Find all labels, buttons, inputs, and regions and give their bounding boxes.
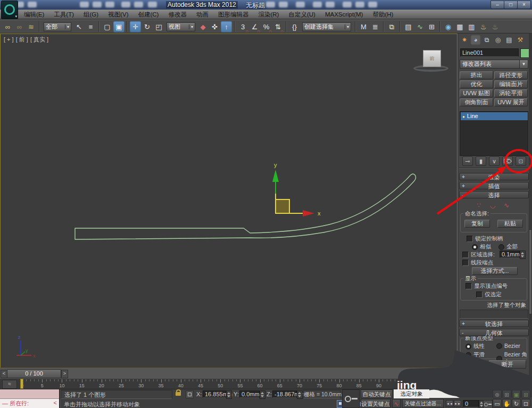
quick-access-toolbar-icon[interactable] xyxy=(355,2,364,7)
angle-snap-icon[interactable]: ∠∩ xyxy=(249,21,260,32)
segment-end-checkbox[interactable]: 线段端点 xyxy=(462,259,493,267)
select-and-link-icon[interactable]: ∞ xyxy=(2,21,13,32)
modifier-button-2[interactable]: 优化 xyxy=(460,80,493,88)
modifier-button-7[interactable]: UVW 展开 xyxy=(494,98,528,106)
modifier-button-5[interactable]: 涡轮平滑 xyxy=(494,89,528,97)
z-coordinate-field[interactable]: -18.867mm xyxy=(272,390,297,398)
quick-access-toolbar-icon[interactable] xyxy=(343,2,352,7)
segment-subobject-icon[interactable]: ◡ xyxy=(487,202,498,210)
keyboard-override-icon[interactable]: ↑ xyxy=(221,21,232,32)
maximize-button[interactable]: □ xyxy=(504,1,518,9)
modifier-button-1[interactable]: 路径变形 xyxy=(494,71,528,79)
next-frame-button[interactable]: > xyxy=(61,370,68,378)
area-threshold-field[interactable]: 0.1mm xyxy=(500,251,520,258)
quick-access-toolbar-icon[interactable] xyxy=(80,2,89,7)
zoom-extents-all-icon[interactable]: ⊞ xyxy=(521,390,530,398)
transform-typein-toggle-icon[interactable] xyxy=(186,390,194,398)
z-spinner[interactable] xyxy=(297,390,303,399)
tab-display[interactable]: ▤ xyxy=(504,35,514,45)
tab-motion[interactable]: ◎ xyxy=(493,35,503,45)
default-tangents-icon[interactable]: ∿ xyxy=(392,399,401,408)
key-mode-toggle-icon[interactable] xyxy=(483,400,493,408)
quick-access-toolbar-icon[interactable] xyxy=(368,2,377,7)
object-name-field[interactable]: Line001 xyxy=(460,48,519,57)
select-by-button[interactable]: 选择方式... xyxy=(472,267,518,275)
zoom-region-icon[interactable]: ▭ xyxy=(493,399,502,407)
menu-item-10[interactable]: MAXScript(M) xyxy=(320,10,368,19)
vertex-subobject-icon[interactable]: ∵ xyxy=(473,202,485,210)
make-unique-icon[interactable]: ∨ xyxy=(489,156,500,166)
go-to-start-icon[interactable]: ◄◄ xyxy=(446,400,453,407)
render-production-icon[interactable]: ♨ xyxy=(478,21,489,32)
material-editor-icon[interactable]: ◉ xyxy=(443,21,454,32)
panel-scrollbar[interactable] xyxy=(529,34,532,389)
menu-item-2[interactable]: 组(G) xyxy=(79,10,103,19)
spinner-snap-icon[interactable]: ⇅∩ xyxy=(272,21,284,32)
lock-selection-icon[interactable] xyxy=(176,392,181,396)
frame-zero-caret[interactable] xyxy=(20,379,23,389)
window-crossing-toggle-icon[interactable]: ▣ xyxy=(113,21,124,32)
smooth-radio[interactable]: 平滑 xyxy=(466,351,485,359)
object-color-swatch[interactable] xyxy=(520,48,529,58)
edit-named-selections-icon[interactable]: {} xyxy=(289,21,300,32)
menu-item-9[interactable]: 自定义(U) xyxy=(284,10,320,19)
go-to-end-icon[interactable]: ►► xyxy=(454,400,461,407)
tab-create[interactable]: ✷ xyxy=(459,35,470,45)
bind-to-spacewarp-icon[interactable]: ≋ xyxy=(26,21,37,32)
selection-filter-dropdown[interactable]: 全部▾ xyxy=(44,22,71,31)
configure-modifier-sets-icon[interactable]: ⊡ xyxy=(516,156,526,166)
zoom-extents-icon[interactable]: ▣ xyxy=(512,390,521,398)
area-selection-checkbox[interactable]: 区域选择: xyxy=(462,251,495,259)
modifier-button-0[interactable]: 挤出 xyxy=(460,71,493,79)
select-and-scale-icon[interactable]: ◰ xyxy=(153,21,164,32)
unlink-selection-icon[interactable]: ∞ xyxy=(14,21,25,32)
quick-access-toolbar-icon[interactable] xyxy=(266,2,275,7)
viewport-general-menu[interactable]: [ + ] xyxy=(4,36,14,43)
remove-modifier-icon[interactable]: ⌦ xyxy=(502,156,513,166)
lock-handles-checkbox[interactable]: 锁定控制柄 xyxy=(467,235,503,243)
orbit-icon[interactable]: ↻ xyxy=(512,399,521,407)
selected-only-checkbox[interactable]: 仅选定 xyxy=(476,291,502,298)
close-button[interactable]: × xyxy=(517,1,531,9)
menu-item-4[interactable]: 创建(C) xyxy=(133,10,163,19)
select-and-rotate-icon[interactable]: ↻ xyxy=(142,21,153,32)
quick-access-toolbar-icon[interactable] xyxy=(296,2,305,7)
menu-item-8[interactable]: 渲染(R) xyxy=(253,10,284,19)
x-coordinate-field[interactable]: 16.855mm xyxy=(203,390,226,398)
select-and-move-icon[interactable]: ✛ xyxy=(130,21,141,32)
viewcube[interactable]: 前 xyxy=(423,50,441,67)
reference-coordinate-dropdown[interactable]: 视图▾ xyxy=(167,22,195,31)
quick-access-toolbar-icon[interactable] xyxy=(28,2,37,7)
modifier-button-6[interactable]: 倒角剖面 xyxy=(460,98,493,106)
rollout-rendering[interactable]: +渲染 xyxy=(459,173,529,180)
render-iterative-icon[interactable]: ♨ xyxy=(489,21,501,32)
key-filters-button[interactable]: 关键点过滤器... xyxy=(402,399,444,408)
named-selection-sets-dropdown[interactable]: 创建选择集▾ xyxy=(302,22,351,31)
rollout-geometry[interactable]: -几何体 xyxy=(459,329,529,336)
menu-item-0[interactable]: 编辑(E) xyxy=(19,10,49,19)
set-key-mode-button[interactable]: 设置关键点 xyxy=(361,399,390,408)
zoom-all-icon[interactable]: ⊞ xyxy=(502,390,511,398)
select-and-manipulate-icon[interactable]: ✜ xyxy=(209,21,220,32)
modifier-button-4[interactable]: UVW 贴图 xyxy=(460,89,493,97)
stack-item-line[interactable]: ●Line xyxy=(461,112,528,120)
time-slider-handle[interactable]: 0 / 100 xyxy=(7,369,61,378)
x-spinner[interactable] xyxy=(226,390,232,399)
menu-item-5[interactable]: 修改器 xyxy=(163,10,192,19)
rollout-soft-selection[interactable]: +软选择 xyxy=(459,320,529,327)
minimize-button[interactable]: – xyxy=(491,1,504,9)
y-coordinate-field[interactable]: 0.0mm xyxy=(239,390,260,398)
mirror-icon[interactable]: M xyxy=(358,21,369,32)
use-center-icon[interactable]: ◆ xyxy=(197,21,209,32)
quick-access-toolbar-icon[interactable] xyxy=(326,2,335,7)
mini-curve-editor-icon[interactable]: ≈ xyxy=(2,380,17,389)
set-keys-button[interactable] xyxy=(342,389,360,408)
quick-access-toolbar-icon[interactable] xyxy=(148,2,157,7)
quick-access-toolbar-icon[interactable] xyxy=(105,2,114,7)
track-bar[interactable]: ≈ 051015202530354045505560657075808590 xyxy=(0,378,458,389)
graphite-ribbon-icon[interactable]: ▤ xyxy=(403,21,414,32)
viewport-front[interactable]: [ + ][ 前 ][ 真实 ] y x x z y 前 xyxy=(0,34,458,368)
quick-access-toolbar-icon[interactable] xyxy=(134,2,143,7)
visibility-bulb-icon[interactable]: ● xyxy=(462,114,465,119)
bezier-radio[interactable]: Bezier xyxy=(496,343,520,349)
